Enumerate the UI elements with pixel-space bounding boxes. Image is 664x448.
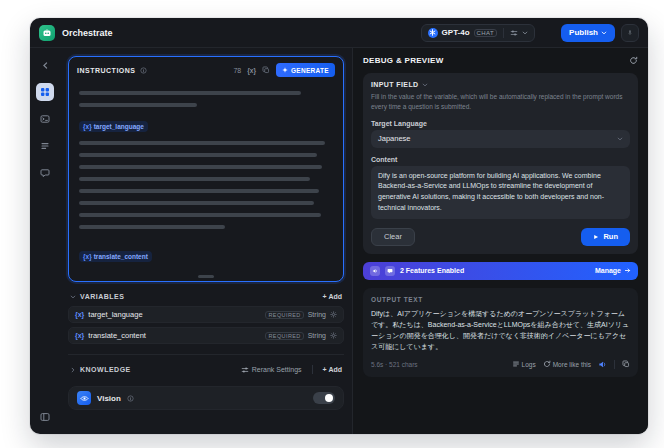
model-selector[interactable]: GPT-4o CHAT xyxy=(421,24,536,42)
prompt-line: {x} target_language xyxy=(79,115,333,133)
output-title: OUTPUT TEXT xyxy=(371,296,630,303)
features-enabled-label: 2 Features Enabled xyxy=(400,267,464,274)
variable-row-target-language[interactable]: {x} target_language REQUIRED String xyxy=(68,306,344,323)
speaker-icon[interactable] xyxy=(598,360,607,369)
sidebar-item-logs[interactable] xyxy=(36,137,54,155)
input-field-panel: INPUT FIELD Fill in the value of the var… xyxy=(363,73,638,254)
variable-prefix: {x} xyxy=(83,123,92,130)
output-panel: OUTPUT TEXT Difyは、AIアプリケーションを構築するためのオープン… xyxy=(363,288,638,377)
model-params-icon[interactable] xyxy=(510,29,518,37)
instructions-panel[interactable]: INSTRUCTIONS 78 {x} GENERATE xyxy=(68,56,344,282)
clear-button[interactable]: Clear xyxy=(371,228,415,246)
conversation-opener-feature-icon xyxy=(385,266,395,276)
insert-variable-icon[interactable]: {x} xyxy=(247,67,256,74)
vision-toggle[interactable] xyxy=(313,392,335,404)
variable-name: translate_content xyxy=(88,331,146,340)
content-textarea[interactable]: Dify is an open-source platform for buil… xyxy=(371,166,630,219)
orchestrate-column: INSTRUCTIONS 78 {x} GENERATE xyxy=(60,48,352,434)
model-mode-badge: CHAT xyxy=(474,29,498,37)
toggle-panel-icon[interactable] xyxy=(36,408,54,426)
instructions-title: INSTRUCTIONS xyxy=(77,67,136,74)
chevron-down-icon xyxy=(617,136,623,142)
knowledge-section: KNOWLEDGE Rerank Settings + Add xyxy=(68,354,344,376)
variable-row-translate-content[interactable]: {x} translate_content REQUIRED String xyxy=(68,327,344,344)
features-bar[interactable]: 2 Features Enabled Manage xyxy=(363,262,638,280)
sidebar-item-annotations[interactable] xyxy=(36,164,54,182)
variable-settings-icon[interactable] xyxy=(330,311,337,318)
prompt-line: {x} translate_content xyxy=(79,245,333,263)
knowledge-title: KNOWLEDGE xyxy=(80,366,131,373)
prompt-skeleton-line xyxy=(79,189,319,193)
rerank-settings-button[interactable]: Rerank Settings xyxy=(241,366,302,374)
prompt-editor[interactable]: {x} target_language {x} xyxy=(69,79,343,273)
generate-button[interactable]: GENERATE xyxy=(276,63,335,77)
prompt-skeleton-line xyxy=(79,103,197,107)
logs-button[interactable]: Logs xyxy=(512,360,536,368)
chevron-down-icon[interactable] xyxy=(522,30,528,36)
variables-title: VARIABLES xyxy=(80,293,124,300)
sidebar-item-orchestrate[interactable] xyxy=(36,83,54,101)
prompt-skeleton-line xyxy=(79,213,321,217)
sidebar-item-api[interactable] xyxy=(36,110,54,128)
variable-type: String xyxy=(308,311,326,318)
model-provider-icon xyxy=(428,28,438,38)
prompt-skeleton-line xyxy=(79,225,225,229)
variable-prefix: {x} xyxy=(83,253,92,260)
experiments-button[interactable] xyxy=(621,24,639,42)
variable-chip-label: translate_content xyxy=(94,253,148,260)
info-icon xyxy=(140,67,147,74)
copy-icon[interactable] xyxy=(262,66,270,74)
required-badge: REQUIRED xyxy=(265,311,303,319)
page-title: Orchestrate xyxy=(62,28,113,38)
prompt-skeleton-line xyxy=(79,141,325,145)
add-knowledge-button[interactable]: + Add xyxy=(323,366,342,373)
manage-label: Manage xyxy=(595,267,621,274)
chevron-down-icon[interactable] xyxy=(70,294,76,300)
divider xyxy=(503,28,504,38)
instructions-header: INSTRUCTIONS 78 {x} GENERATE xyxy=(69,57,343,79)
info-icon xyxy=(127,395,134,402)
resize-handle[interactable] xyxy=(198,275,214,278)
logs-label: Logs xyxy=(522,361,536,368)
variable-chip-target-language[interactable]: {x} target_language xyxy=(79,121,148,132)
vision-row: Vision xyxy=(68,386,344,410)
copy-output-icon[interactable] xyxy=(622,360,630,368)
variable-chip-label: target_language xyxy=(94,123,144,130)
more-like-this-button[interactable]: More like this xyxy=(543,360,591,368)
refresh-icon[interactable] xyxy=(629,56,638,65)
rerank-settings-label: Rerank Settings xyxy=(252,366,302,373)
add-variable-button[interactable]: + Add xyxy=(323,293,342,300)
debug-preview-column: DEBUG & PREVIEW INPUT FIELD Fill in the … xyxy=(352,48,648,434)
toggle-knob xyxy=(325,394,333,402)
topbar: Orchestrate GPT-4o CHAT Publish xyxy=(30,18,648,48)
output-stats: 5.6s · 521 chars xyxy=(371,361,418,368)
divider xyxy=(312,365,313,374)
chevron-right-icon[interactable] xyxy=(70,367,76,373)
run-label: Run xyxy=(603,232,618,241)
model-name: GPT-4o xyxy=(442,28,470,37)
debug-title: DEBUG & PREVIEW xyxy=(363,56,444,65)
output-footer: 5.6s · 521 chars Logs More like this xyxy=(371,360,630,369)
variables-header: VARIABLES + Add xyxy=(68,291,344,302)
app-logo-icon[interactable] xyxy=(39,25,55,41)
variable-prefix: {x} xyxy=(75,311,84,318)
publish-button[interactable]: Publish xyxy=(561,24,615,42)
variable-type: String xyxy=(308,332,326,339)
variable-settings-icon[interactable] xyxy=(330,332,337,339)
debug-header: DEBUG & PREVIEW xyxy=(363,56,638,65)
output-text: Difyは、AIアプリケーションを構築するためのオープンソースプラットフォームで… xyxy=(371,308,630,353)
back-icon[interactable] xyxy=(36,56,54,74)
prompt-skeleton-line xyxy=(79,153,317,157)
target-language-value: Japanese xyxy=(378,134,411,143)
variable-prefix: {x} xyxy=(75,332,84,339)
required-badge: REQUIRED xyxy=(265,332,303,340)
input-field-header[interactable]: INPUT FIELD xyxy=(371,81,630,88)
variable-chip-translate-content[interactable]: {x} translate_content xyxy=(79,251,152,262)
variables-section: VARIABLES + Add {x} target_language REQU… xyxy=(68,291,344,344)
divider xyxy=(614,360,615,369)
run-button[interactable]: Run xyxy=(581,228,630,246)
variable-name: target_language xyxy=(88,310,142,319)
knowledge-header: KNOWLEDGE Rerank Settings + Add xyxy=(68,363,344,376)
manage-features-button[interactable]: Manage xyxy=(595,267,631,274)
target-language-select[interactable]: Japanese xyxy=(371,130,630,148)
